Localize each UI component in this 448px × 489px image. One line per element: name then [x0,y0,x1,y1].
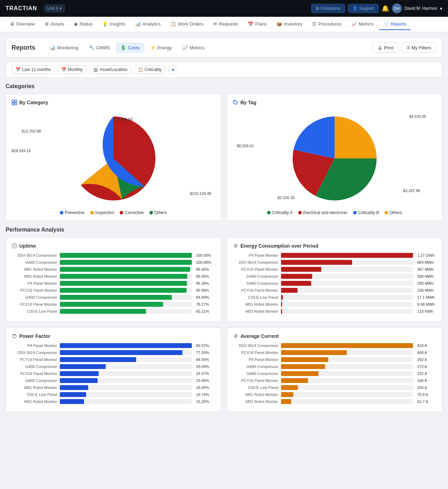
bar-label: DSX 0614 Compressor [233,343,278,348]
tab-costs[interactable]: 💲 Costs [116,43,144,52]
nav-requests[interactable]: ✉ Requests [209,19,242,30]
metrics-icon: 📈 [182,45,188,50]
bar-track [60,385,192,390]
bar-track [60,288,192,293]
bar-label: DSX 0614 Compressor [12,350,57,355]
tab-energy[interactable]: ⚡ Energy [146,43,176,52]
bar-label: M02 Robot Monitor [233,309,278,313]
costs-icon: 💲 [120,45,126,50]
svg-rect-3 [15,103,17,105]
bar-label: PCX16 Panel Monitor [233,350,278,355]
filter-asset-location[interactable]: 🏢 Asset/Location [89,65,131,74]
avg-current-card: Average Current DSX 0614 Compressor818 A… [227,327,442,412]
svg-point-4 [234,101,235,102]
bar-track [281,357,413,362]
filter-criticality[interactable]: 📋 Criticality [134,65,166,74]
bar-value: 105 A [417,385,436,390]
bar-fill [281,364,325,369]
notification-icon[interactable]: 🔔 [382,5,389,12]
floorplans-button[interactable]: ⊞ Floorplans [311,4,345,13]
bar-track [281,343,413,348]
filter-bar: 📅 Last 12 months 📅 Monthly 🏢 Asset/Locat… [6,62,442,78]
bar-track [281,267,413,272]
bar-value: 158 MWh [417,288,436,292]
floorplans-label: Floorplans [321,6,341,11]
bar-value: 75.9 A [417,392,436,397]
tag-icon [233,100,238,105]
categories-title: Categories [6,83,442,90]
bar-value: 9.98 MWh [417,302,436,306]
bar-row: M01 Robot Monitor9.98 MWh [233,302,436,307]
bar-track [60,253,192,258]
bar-track [60,281,192,286]
lightning2-icon [233,333,238,339]
nav-insights[interactable]: 💡 Insights [98,19,130,30]
nav-plans[interactable]: 📅 Plans [244,19,271,30]
nav-reports[interactable]: 📄 Reports [379,19,411,30]
bar-value: 18.05% [196,385,215,390]
bar-value: 62.7 A [417,399,436,404]
nav-inventory[interactable]: 📦 Inventory [272,19,307,30]
bar-label: PCY16 Panel Monitor [233,288,278,292]
bar-track [60,260,192,265]
filter-extra[interactable]: ● [168,65,178,75]
bar-row: P4 Panel Monitor83.57% [12,343,215,348]
bar-row: M01 Robot Monitor75.9 A [233,392,436,397]
bar-label: GA90 Compressor [233,274,278,278]
bar-fill [60,288,187,293]
bar-track [60,364,192,369]
nav-analytics[interactable]: 📊 Analytics [131,19,165,30]
bar-fill [281,371,318,376]
box-icon: 📦 [276,21,282,27]
my-filters-button[interactable]: ⧖ My Filters [401,42,436,53]
filter-period[interactable]: 📅 Monthly [57,65,86,74]
label-2326: $2,326.35 [278,196,295,200]
power-factor-bars: P4 Panel Monitor83.57%DSX 0614 Compresso… [12,343,215,404]
by-category-card: By Category $18,481.55 $13,700.98 $28,33… [6,94,221,221]
nav-work-orders[interactable]: 📋 Work Orders [166,19,208,30]
others-tag-dot [385,211,388,214]
layers-icon: ⊞ [45,21,49,27]
header-actions: 🖨 Print ⧖ My Filters [372,42,436,53]
bar-row: GA90 Compressor84.90% [12,295,215,300]
legend-inspection: Inspection [90,210,114,215]
extra-filter-icon: ● [172,67,174,72]
bar-fill [60,357,136,362]
nav-procedures[interactable]: ☰ Procedures [308,19,345,30]
nav-assets[interactable]: ⊞ Assets [41,19,68,30]
support-button[interactable]: 👤 Support [348,4,379,13]
bar-fill [60,399,84,404]
user-chevron-icon[interactable]: ▾ [440,6,442,11]
print-button[interactable]: 🖨 Print [372,42,399,53]
bar-chart-icon: 📊 [135,21,141,27]
label-13700: $13,700.98 [22,129,41,133]
bar-label: P4 Panel Monitor [233,357,278,362]
svg-rect-0 [12,100,14,102]
bar-fill [281,399,291,404]
bar-label: GA90 Compressor [233,364,278,369]
unit-badge[interactable]: Unit II ▾ [44,5,65,12]
bar-row: PCY16 Panel Monitor158 MWh [233,288,436,293]
nav-overview[interactable]: 🖥 Overview [6,19,39,30]
nav-metrics[interactable]: 📈 Metrics [347,19,378,30]
tab-cmms[interactable]: 🔧 CMMS [84,43,115,52]
bar-fill [281,253,413,258]
bar-track [281,371,413,376]
monitoring-icon: 📊 [50,45,55,50]
bar-value: 300 MWh [417,274,436,278]
bar-label: C03-E Line Panel [233,385,278,390]
bar-label: M02 Robot Monitor [233,399,278,404]
bar-track [60,371,192,376]
bar-fill [60,378,98,383]
category-pie-chart [71,116,155,200]
uptime-title: Uptime [12,243,215,249]
bar-fill [281,378,308,383]
bar-value: 84.90% [196,295,215,299]
user-name: David M. Harmon [405,6,437,11]
filter-date-range[interactable]: 📅 Last 12 months [12,65,55,74]
bar-fill [60,343,192,348]
tab-monitoring[interactable]: 📊 Monitoring [45,43,83,52]
tab-metrics[interactable]: 📈 Metrics [178,43,209,52]
nav-status[interactable]: ◉ Status [70,19,97,30]
bar-row: M01 Robot Monitor98.66% [12,267,215,272]
